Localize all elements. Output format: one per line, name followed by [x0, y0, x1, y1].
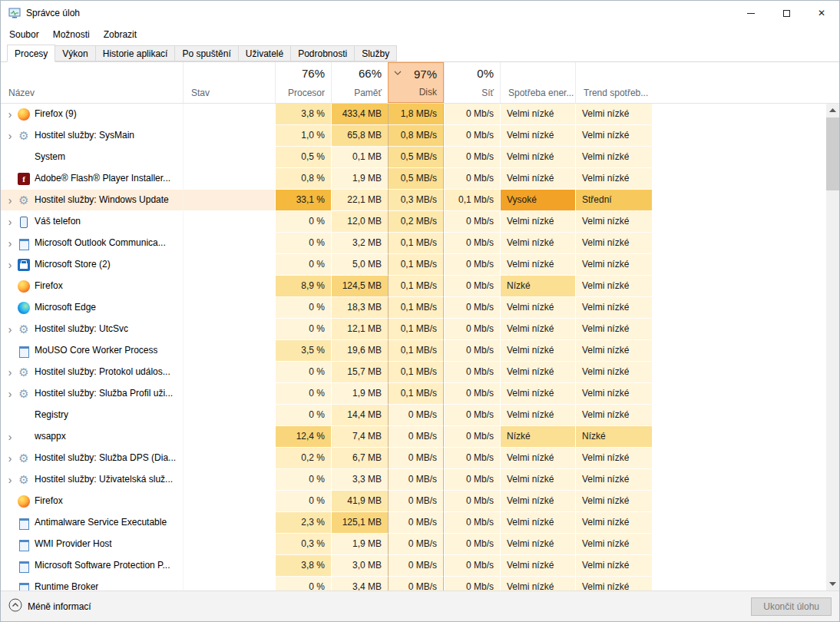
scrollbar-thumb[interactable] — [826, 117, 839, 190]
close-button[interactable]: ✕ — [804, 1, 839, 25]
expand-chevron-icon[interactable]: › — [4, 474, 16, 486]
table-row[interactable]: › Microsoft Edge 0 % 18,3 MB 0,1 MB/s 0 … — [1, 297, 652, 319]
task-manager-window: Správce úloh ✕ SouborMožnostiZobrazit Pr… — [0, 0, 840, 622]
tab-podrobnosti[interactable]: Podrobnosti — [290, 45, 355, 61]
status-cell — [183, 125, 275, 147]
trend-cell: Velmi nízké — [575, 211, 652, 233]
table-row[interactable]: › Firefox 8,9 % 124,5 MB 0,1 MB/s 0 Mb/s… — [1, 276, 652, 297]
process-icon — [18, 130, 30, 142]
tab-procesy[interactable]: Procesy — [7, 45, 55, 62]
process-icon — [18, 388, 30, 400]
process-icon — [18, 366, 30, 379]
network-total-percent: 0% — [477, 67, 494, 80]
table-row[interactable]: › Adobe® Flash® Player Installer... 0,8 … — [1, 168, 652, 190]
column-header-name[interactable]: Název — [1, 62, 183, 103]
column-header-disk[interactable]: 97% Disk — [388, 62, 444, 103]
expand-chevron-icon[interactable]: › — [4, 237, 16, 250]
mem-cell: 3,4 MB — [331, 577, 388, 591]
power-cell: Nízké — [500, 276, 575, 297]
table-row[interactable]: › System 0,5 % 0,1 MB 0,5 MB/s 0 Mb/s Ve… — [1, 147, 652, 168]
less-info-toggle[interactable]: Méně informací — [8, 598, 91, 614]
table-row[interactable]: › Hostitel služby: Služba Profil uži... … — [1, 383, 652, 405]
table-row[interactable]: › WMI Provider Host 0,3 % 1,9 MB 0 MB/s … — [1, 534, 652, 555]
table-row[interactable]: › Váš telefon 0 % 12,0 MB 0,2 MB/s 0 Mb/… — [1, 211, 652, 233]
expand-chevron-icon[interactable]: › — [4, 366, 16, 379]
status-cell — [183, 577, 275, 591]
expand-chevron-icon[interactable]: › — [4, 259, 16, 271]
expand-chevron-icon[interactable]: › — [4, 194, 16, 207]
scroll-up-button[interactable] — [826, 104, 839, 117]
vertical-scrollbar[interactable] — [826, 104, 839, 591]
end-task-button[interactable]: Ukončit úlohu — [751, 597, 832, 616]
trend-cell: Velmi nízké — [575, 147, 652, 168]
power-cell: Velmi nízké — [500, 104, 575, 125]
table-row[interactable]: › Hostitel služby: UtcSvc 0 % 12,1 MB 0,… — [1, 319, 652, 340]
table-row[interactable]: › Hostitel služby: Služba DPS (Dia... 0,… — [1, 448, 652, 469]
tab-výkon[interactable]: Výkon — [55, 45, 95, 61]
table-row[interactable]: › wsappx 12,4 % 7,4 MB 0 MB/s 0 Mb/s Níz… — [1, 426, 652, 448]
table-row[interactable]: › Hostitel služby: SysMain 1,0 % 65,8 MB… — [1, 125, 652, 147]
expand-chevron-icon[interactable]: › — [4, 388, 16, 400]
net-cell: 0 Mb/s — [444, 469, 500, 491]
disk-cell: 0 MB/s — [388, 405, 444, 426]
trend-cell: Velmi nízké — [575, 534, 652, 555]
column-header-power[interactable]: Spotřeba ener... — [500, 62, 575, 103]
cpu-cell: 0 % — [275, 233, 331, 254]
disk-cell: 0 MB/s — [388, 555, 444, 577]
table-row[interactable]: › Runtime Broker 0 % 3,4 MB 0 MB/s 0 Mb/… — [1, 577, 652, 591]
maximize-button[interactable] — [769, 1, 804, 25]
column-header-power-trend[interactable]: Trend spotřeb... — [575, 62, 652, 103]
disk-cell: 0,1 MB/s — [388, 276, 444, 297]
minimize-button[interactable] — [733, 1, 769, 25]
net-cell: 0 Mb/s — [444, 512, 500, 534]
table-row[interactable]: › Hostitel služby: Windows Update 33,1 %… — [1, 190, 652, 211]
tab-historie-aplikací[interactable]: Historie aplikací — [95, 45, 176, 61]
name-cell: › System — [1, 147, 183, 168]
status-cell — [183, 297, 275, 319]
expand-chevron-icon[interactable]: › — [4, 108, 16, 121]
scroll-down-button[interactable] — [826, 577, 839, 591]
power-cell: Velmi nízké — [500, 577, 575, 591]
power-cell: Vysoké — [500, 190, 575, 211]
cpu-cell: 3,5 % — [275, 340, 331, 362]
menu-soubor[interactable]: Soubor — [2, 25, 46, 44]
name-cell: › Firefox (9) — [1, 104, 183, 125]
name-cell: › WMI Provider Host — [1, 534, 183, 555]
tab-uživatelé[interactable]: Uživatelé — [238, 45, 291, 61]
column-header-network[interactable]: 0% Síť — [444, 62, 500, 103]
minimize-icon — [747, 13, 755, 14]
column-header-memory[interactable]: 66% Paměť — [331, 62, 388, 103]
expand-chevron-icon[interactable]: › — [4, 216, 16, 228]
disk-cell: 0 MB/s — [388, 426, 444, 448]
column-header-cpu[interactable]: 76% Procesor — [275, 62, 331, 103]
expand-chevron-icon[interactable]: › — [4, 130, 16, 142]
table-row[interactable]: › Firefox (9) 3,8 % 433,4 MB 1,8 MB/s 0 … — [1, 104, 652, 125]
menu-mo-nosti[interactable]: Možnosti — [46, 25, 97, 44]
table-row[interactable]: › Hostitel služby: Protokol událos... 0 … — [1, 362, 652, 383]
memory-total-percent: 66% — [359, 67, 382, 80]
table-row[interactable]: › MoUSO Core Worker Process 3,5 % 19,6 M… — [1, 340, 652, 362]
table-row[interactable]: › Microsoft Outlook Communica... 0 % 3,2… — [1, 233, 652, 254]
table-row[interactable]: › Firefox 0 % 41,9 MB 0 MB/s 0 Mb/s Velm… — [1, 491, 652, 512]
title-bar[interactable]: Správce úloh ✕ — [1, 1, 839, 25]
net-cell: 0 Mb/s — [444, 426, 500, 448]
table-row[interactable]: › Antimalware Service Executable 2,3 % 1… — [1, 512, 652, 534]
menu-zobrazit[interactable]: Zobrazit — [97, 25, 144, 44]
expand-chevron-icon[interactable]: › — [4, 431, 16, 443]
table-row[interactable]: › Hostitel služby: Uživatelská služ... 0… — [1, 469, 652, 491]
process-name: Váš telefon — [35, 211, 81, 232]
column-header-status[interactable]: Stav — [183, 62, 275, 103]
memory-column-label: Paměť — [354, 88, 382, 98]
tab-po-spuštění[interactable]: Po spuštění — [174, 45, 238, 61]
trend-cell: Velmi nízké — [575, 555, 652, 577]
table-row[interactable]: › Microsoft Store (2) 0 % 5,0 MB 0,1 MB/… — [1, 254, 652, 276]
table-row[interactable]: › Microsoft Software Protection P... 3,8… — [1, 555, 652, 577]
tab-služby[interactable]: Služby — [354, 45, 397, 61]
trend-cell: Velmi nízké — [575, 168, 652, 190]
power-cell: Velmi nízké — [500, 340, 575, 362]
trend-cell: Velmi nízké — [575, 491, 652, 512]
power-cell: Velmi nízké — [500, 233, 575, 254]
table-row[interactable]: › Registry 0 % 14,4 MB 0 MB/s 0 Mb/s Vel… — [1, 405, 652, 426]
expand-chevron-icon[interactable]: › — [4, 452, 16, 465]
expand-chevron-icon[interactable]: › — [4, 323, 16, 336]
